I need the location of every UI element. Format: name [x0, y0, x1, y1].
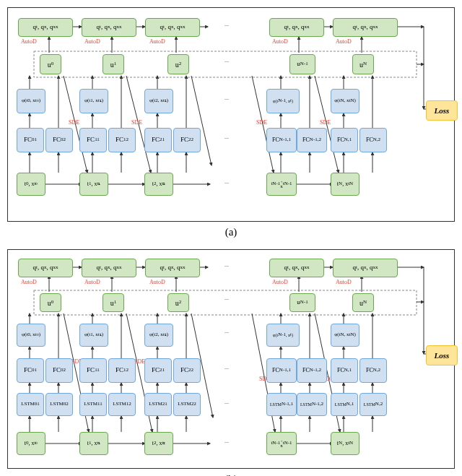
sde-label: SDE	[69, 119, 79, 126]
lstm-n12: LSTMN-1,2	[297, 393, 327, 416]
tx-0: t0, xt₀	[17, 432, 45, 455]
tx-2: t2, xt₂	[144, 173, 173, 196]
autod-label: AutoD	[272, 279, 288, 285]
fc-n11: FCN-1,1	[266, 128, 297, 152]
q-block-n1: qt, qx, qxx	[269, 18, 324, 37]
tx-1: t1, xt₁	[79, 432, 108, 455]
ellipsis: ···	[225, 296, 229, 303]
ellipsis: ···	[225, 263, 229, 269]
u-2: u2	[167, 293, 189, 312]
autod-label: AutoD	[84, 279, 100, 285]
tx-n1: tN-1,xtN-1	[266, 432, 297, 455]
u-0: u0	[40, 54, 61, 74]
sde-label: SDE	[131, 119, 142, 126]
sde-label: SDE	[320, 119, 331, 126]
q-block-n1: qt, qx, qxx	[269, 259, 324, 277]
q-block-0: qt, qx, qxx	[18, 18, 73, 37]
caption-a: (a)	[7, 226, 455, 238]
ellipsis: ···	[225, 59, 229, 65]
fc-02: FC02	[45, 128, 73, 152]
fc-12: FC12	[108, 128, 136, 152]
tx-n1: tN-1,xtN-1	[266, 173, 297, 196]
lstm-21: LSTM21	[144, 393, 172, 416]
lstm-11: LSTM11	[79, 393, 107, 416]
fc-11: FC11	[79, 358, 107, 383]
diagram-b: qt, qx, qxx qt, qx, qxx qt, qx, qxx qt, …	[7, 249, 455, 469]
phi-2: φ(t2, xt₂)	[144, 89, 173, 113]
q-block-1: qt, qx, qxx	[82, 259, 136, 277]
u-n: uN	[352, 293, 374, 312]
fc-22: FC22	[173, 128, 201, 152]
q-block-n: qt, qx, qxx	[333, 259, 398, 277]
q-block-1: qt, qx, qxx	[82, 18, 136, 37]
u-n1: uN-1	[289, 293, 315, 312]
autod-label: AutoD	[272, 38, 288, 45]
fc-n12: FCN-1,2	[297, 358, 327, 383]
lstm-22: LSTM22	[173, 393, 201, 416]
u-n1: uN-1	[289, 54, 315, 74]
fc-n11: FCN-1,1	[266, 358, 297, 383]
lstm-n2: LSTMN,2	[359, 393, 387, 416]
phi-2: φ(t2, xt₂)	[144, 324, 173, 347]
sde-label: SDE	[256, 119, 267, 126]
phi-0: φ(t0, xt₀)	[17, 324, 45, 347]
tx-2: t2, xt₂	[144, 432, 173, 455]
tx-n: tN, xtN	[331, 432, 359, 455]
fc-01: FC01	[17, 128, 44, 152]
lstm-12: LSTM12	[108, 393, 136, 416]
q-block-2: qt, qx, qxx	[145, 18, 200, 37]
fc-12: FC12	[108, 358, 136, 383]
tx-n: tN, xtN	[331, 173, 359, 196]
autod-label: AutoD	[21, 279, 37, 285]
fc-11: FC11	[79, 128, 107, 152]
fc-02: FC02	[45, 358, 73, 383]
fc-n12: FCN-1,2	[297, 128, 327, 152]
lstm-02: LSTM02	[45, 393, 73, 416]
ellipsis: ···	[225, 180, 229, 186]
phi-n: φ(tN, xtN)	[331, 89, 359, 113]
fc-22: FC22	[173, 358, 201, 383]
ellipsis: ···	[225, 400, 229, 407]
ellipsis: ···	[225, 365, 229, 372]
phi-n1: φ(tN-1, xt)	[266, 89, 300, 113]
u-0: u0	[40, 293, 61, 312]
ellipsis: ···	[225, 439, 229, 446]
autod-label: AutoD	[336, 38, 352, 45]
q-block-2: qt, qx, qxx	[145, 259, 200, 277]
phi-1: φ(t1, xt₁)	[79, 89, 108, 113]
lstm-n11: LSTMN-1,1	[266, 393, 297, 416]
ellipsis: ···	[225, 22, 229, 29]
ellipsis: ···	[225, 135, 229, 142]
caption-b: (b)	[7, 473, 455, 476]
autod-label: AutoD	[336, 279, 352, 285]
fc-01: FC01	[17, 358, 44, 383]
u-1: u1	[103, 293, 124, 312]
sde-label: SDE	[134, 358, 145, 365]
u-1: u1	[103, 54, 124, 74]
fc-n1: FCN,1	[331, 128, 358, 152]
fc-21: FC21	[144, 128, 172, 152]
autod-label: AutoD	[149, 279, 165, 285]
phi-n: φ(tN, xtN)	[331, 324, 359, 347]
fc-n2: FCN,2	[359, 358, 387, 383]
ellipsis: ···	[225, 96, 229, 103]
tx-1: t1, xt₁	[79, 173, 108, 196]
loss-box: Loss	[426, 100, 458, 121]
autod-label: AutoD	[149, 38, 165, 45]
lstm-n1: LSTMN,1	[331, 393, 358, 416]
phi-1: φ(t1, xt₁)	[79, 324, 108, 347]
autod-label: AutoD	[84, 38, 100, 45]
q-block-0: qt, qx, qxx	[18, 259, 73, 277]
lstm-01: LSTM01	[17, 393, 44, 416]
u-2: u2	[167, 54, 189, 74]
autod-label: AutoD	[21, 38, 37, 45]
u-n: uN	[352, 54, 374, 74]
phi-n1: φ(tN-1, xt)	[266, 324, 300, 347]
fc-n2: FCN,2	[359, 128, 387, 152]
phi-0: φ(t0, xt₀)	[17, 89, 45, 113]
loss-box: Loss	[426, 345, 458, 365]
diagram-a: qt, qx, qxx qt, qx, qxx qt, qx, qxx qt, …	[7, 7, 455, 222]
q-block-n: qt, qx, qxx	[333, 18, 398, 37]
fc-21: FC21	[144, 358, 172, 383]
tx-0: t0, xt₀	[17, 173, 45, 196]
